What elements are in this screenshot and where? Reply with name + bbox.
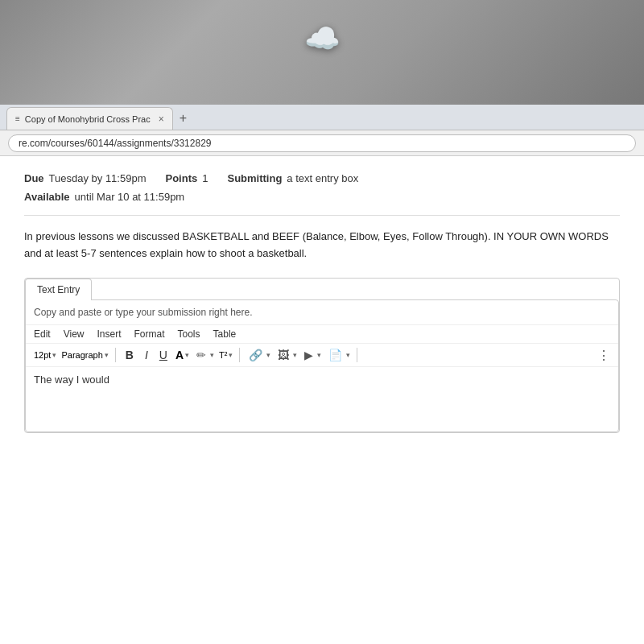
font-size-dropdown[interactable]: 12pt ▾ [34,350,56,360]
browser-window: ≡ Copy of Monohybrid Cross Prac × + re.c… [0,105,644,644]
doc-dropdown[interactable]: 📄 ▾ [326,347,350,363]
bold-button[interactable]: B [122,347,137,363]
image-dropdown[interactable]: 🖼 ▾ [275,347,297,363]
address-bar: re.com/courses/60144/assignments/3312829 [0,130,644,156]
image-chevron: ▾ [293,351,297,359]
assignment-instructions: In previous lessons we discussed BASKETB… [24,229,620,262]
font-size-chevron: ▾ [52,351,56,359]
paragraph-value: Paragraph [61,350,102,360]
due-meta: Due Tuesday by 11:59pm [24,169,147,188]
link-icon: 🔗 [246,347,265,363]
active-tab[interactable]: ≡ Copy of Monohybrid Cross Prac × [6,107,173,130]
editor-toolbar: 12pt ▾ Paragraph ▾ B I U A ▾ [26,344,618,367]
url-input[interactable]: re.com/courses/60144/assignments/3312829 [8,134,636,152]
due-value: Tuesday by 11:59pm [49,169,147,188]
meta-row-2: Available until Mar 10 at 11:59pm [24,188,620,206]
superscript-dropdown[interactable]: T² ▾ [219,350,233,360]
underline-button[interactable]: U [156,347,171,363]
font-size-value: 12pt [34,350,51,360]
assignment-meta: Due Tuesday by 11:59pm Points 1 Submitti… [24,169,620,207]
meta-row-1: Due Tuesday by 11:59pm Points 1 Submitti… [24,169,620,188]
available-label: Available [24,188,70,206]
media-dropdown[interactable]: ▶ ▾ [302,347,321,363]
font-color-chevron: ▾ [185,351,189,359]
menu-edit[interactable]: Edit [34,328,51,340]
toolbar-more-button[interactable]: ⋮ [597,348,610,363]
menu-table[interactable]: Table [213,328,237,340]
text-entry-tab[interactable]: Text Entry [25,279,92,300]
tab-bar: ≡ Copy of Monohybrid Cross Prac × + [0,105,644,130]
toolbar-sep-3 [357,348,357,362]
doc-icon: 📄 [326,347,345,363]
text-entry-section: Text Entry Copy and paste or type your s… [24,278,620,433]
editor-hint: Copy and paste or type your submission r… [26,300,618,325]
image-icon: 🖼 [275,347,291,363]
tab-title: Copy of Monohybrid Cross Prac [25,114,151,124]
tab-page-icon: ≡ [15,114,20,123]
highlight-icon: ✏ [194,347,208,363]
submitting-meta: Submitting a text entry box [227,169,358,188]
superscript-icon: T² [219,350,227,360]
points-label: Points [166,169,198,188]
menu-tools[interactable]: Tools [178,328,200,340]
editor-content: The way I would [34,374,109,386]
highlight-chevron: ▾ [210,351,214,359]
editor-area: Copy and paste or type your submission r… [25,299,619,432]
font-color-dropdown[interactable]: A ▾ [175,349,189,361]
new-tab-button[interactable]: + [173,109,193,128]
media-chevron: ▾ [317,351,321,359]
menu-view[interactable]: View [64,328,85,340]
toolbar-sep-1 [115,348,116,362]
submitting-value: a text entry box [287,169,358,188]
submitting-label: Submitting [227,169,282,188]
italic-button[interactable]: I [142,347,151,363]
link-dropdown[interactable]: 🔗 ▾ [246,347,270,363]
superscript-chevron: ▾ [229,351,233,359]
editor-menu-bar: Edit View Insert Format Tools Table [26,325,618,344]
page-content: Due Tuesday by 11:59pm Points 1 Submitti… [0,156,644,644]
due-label: Due [24,169,44,188]
paragraph-dropdown[interactable]: Paragraph ▾ [61,350,108,360]
available-value: until Mar 10 at 11:59pm [75,188,185,206]
doc-chevron: ▾ [346,351,350,359]
sticker-decoration: ☁️ [298,16,346,60]
font-color-icon: A [175,349,184,361]
toolbar-sep-2 [239,348,240,362]
link-chevron: ▾ [266,351,270,359]
points-meta: Points 1 [166,169,208,188]
media-icon: ▶ [302,347,316,363]
laptop-bezel: ☁️ [0,0,644,105]
points-value: 1 [202,169,208,188]
menu-insert[interactable]: Insert [97,328,121,340]
assignment-header: Due Tuesday by 11:59pm Points 1 Submitti… [24,169,620,216]
available-meta: Available until Mar 10 at 11:59pm [24,188,184,206]
highlight-color-dropdown[interactable]: ✏ ▾ [194,347,214,363]
editor-text-area[interactable]: The way I would [26,367,618,431]
menu-format[interactable]: Format [134,328,165,340]
paragraph-chevron: ▾ [105,351,109,359]
tab-close-button[interactable]: × [159,114,164,125]
